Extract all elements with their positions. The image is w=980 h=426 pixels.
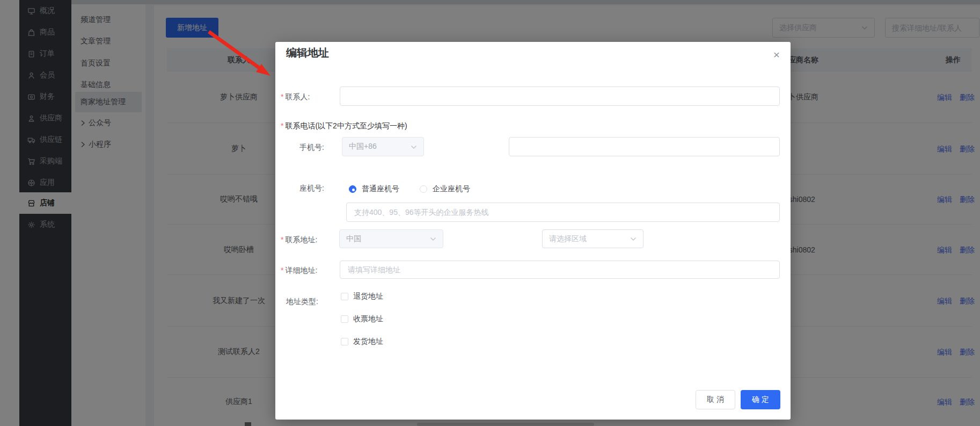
return-address-label: 退货地址 xyxy=(353,292,383,301)
address-field-label: *联系地址: xyxy=(281,235,317,245)
confirm-button[interactable]: 确 定 xyxy=(741,390,780,409)
contact-field-label: *联系人: xyxy=(281,92,310,102)
invoice-address-label: 收票地址 xyxy=(353,314,383,324)
required-asterisk: * xyxy=(281,92,283,101)
cancel-button[interactable]: 取 消 xyxy=(696,390,735,409)
merchant-address-admin-screen: 概况 商品 订单 会员 财务 供应商 xyxy=(0,0,980,426)
landline-type-radio-group: 普通座机号 企业座机号 xyxy=(349,184,485,194)
close-icon[interactable]: × xyxy=(770,48,783,61)
country-code-select[interactable]: 中国+86 xyxy=(342,137,424,156)
chevron-down-icon xyxy=(630,236,637,242)
chevron-down-icon xyxy=(430,236,436,242)
edit-address-dialog: 编辑地址 × *联系人: *联系电话(以下2中方式至少填写一种) 手机号: 中国… xyxy=(275,42,791,420)
landline-number-input[interactable] xyxy=(346,203,780,222)
region-placeholder: 请选择区域 xyxy=(549,234,587,244)
required-asterisk: * xyxy=(281,266,283,275)
required-asterisk: * xyxy=(281,121,283,130)
dialog-title: 编辑地址 xyxy=(286,46,329,60)
required-asterisk: * xyxy=(281,235,283,244)
country-value: 中国 xyxy=(346,234,361,244)
shipping-address-label: 发货地址 xyxy=(353,337,383,346)
mobile-number-input[interactable] xyxy=(509,137,780,156)
address-type-option: 退货地址 xyxy=(341,292,383,301)
radio-enterprise-landline-label: 企业座机号 xyxy=(433,184,470,194)
address-type-option: 收票地址 xyxy=(341,314,383,324)
detail-address-input[interactable] xyxy=(340,261,780,279)
radio-enterprise-landline[interactable] xyxy=(420,185,427,193)
landline-field-label: 座机号: xyxy=(299,184,324,193)
shipping-address-checkbox[interactable] xyxy=(341,338,348,345)
address-type-option: 发货地址 xyxy=(341,337,383,346)
invoice-address-checkbox[interactable] xyxy=(341,315,348,323)
contact-input[interactable] xyxy=(340,86,780,106)
radio-normal-landline-label: 普通座机号 xyxy=(362,184,399,194)
phone-group-label: *联系电话(以下2中方式至少填写一种) xyxy=(281,121,407,131)
detail-address-field-label: *详细地址: xyxy=(281,266,317,276)
chevron-down-icon xyxy=(411,144,417,150)
radio-normal-landline[interactable] xyxy=(349,185,356,193)
address-type-label: 地址类型: xyxy=(286,297,318,307)
return-address-checkbox[interactable] xyxy=(341,293,348,300)
mobile-field-label: 手机号: xyxy=(299,143,324,153)
country-code-value: 中国+86 xyxy=(349,142,377,151)
country-select[interactable]: 中国 xyxy=(339,229,443,248)
region-select[interactable]: 请选择区域 xyxy=(542,229,643,248)
